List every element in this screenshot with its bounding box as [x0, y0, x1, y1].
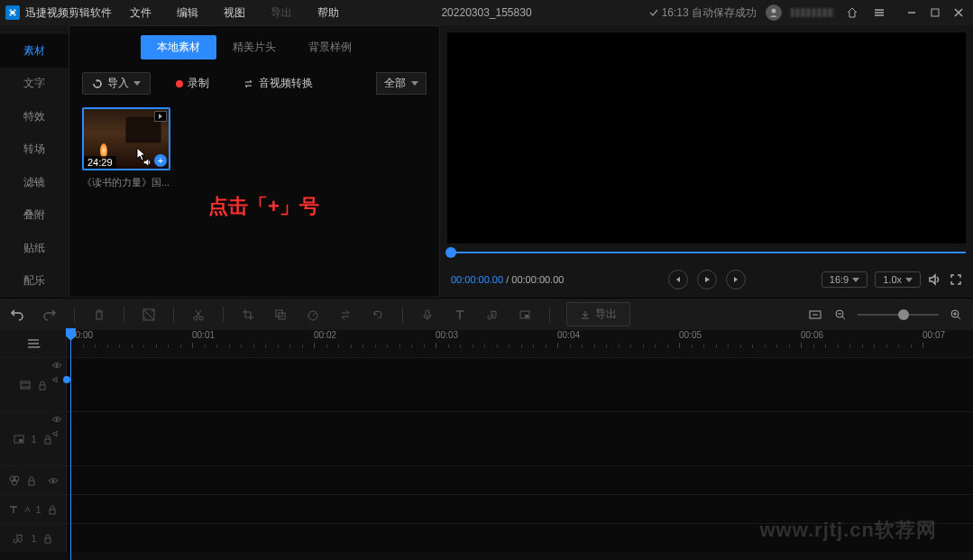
app-title: 迅捷视频剪辑软件 — [25, 5, 112, 21]
username-redacted — [791, 8, 834, 17]
tab-text[interactable]: 文字 — [0, 68, 69, 101]
convert-button[interactable]: 音视频转换 — [234, 73, 322, 94]
svg-point-21 — [56, 418, 59, 421]
media-name: 《读书的力量》国... — [82, 176, 170, 189]
filter-dropdown[interactable]: 全部 — [376, 72, 427, 95]
tab-effects[interactable]: 特效 — [0, 100, 69, 133]
prev-frame-button[interactable] — [668, 270, 688, 289]
import-label: 导入 — [107, 76, 129, 91]
zoom-out-icon[interactable] — [832, 307, 849, 323]
visibility-icon[interactable] — [48, 476, 59, 485]
track-options-icon[interactable] — [0, 330, 67, 357]
ruler-tick: 00:01 — [192, 330, 215, 340]
mute-icon[interactable] — [51, 375, 62, 384]
media-thumbnail[interactable]: 24:29 + — [82, 107, 170, 170]
add-to-timeline-button[interactable]: + — [154, 154, 167, 167]
tab-filter[interactable]: 滤镜 — [0, 166, 69, 199]
tab-overlay[interactable]: 叠附 — [0, 199, 69, 233]
title-bar: 迅捷视频剪辑软件 文件 编辑 视图 导出 帮助 20220303_155830 … — [0, 0, 973, 25]
pip-track[interactable] — [67, 412, 973, 465]
filter-track-head[interactable] — [0, 466, 67, 494]
timeline-ruler[interactable]: 00:0000:0100:0200:0300:0400:0500:0600:07 — [67, 330, 973, 357]
menu-file[interactable]: 文件 — [130, 5, 151, 21]
menu-view[interactable]: 视图 — [224, 5, 245, 21]
svg-point-26 — [51, 479, 54, 482]
tab-sticker[interactable]: 贴纸 — [0, 232, 69, 265]
audio-track[interactable] — [67, 524, 973, 552]
cut-icon[interactable] — [190, 307, 207, 323]
play-button[interactable] — [697, 270, 717, 289]
pip-track-head[interactable]: 1 — [0, 412, 67, 465]
reverse-icon[interactable] — [337, 307, 353, 323]
record-button[interactable]: 录制 — [167, 73, 218, 94]
import-button[interactable]: 导入 — [82, 72, 151, 95]
lock-icon[interactable] — [47, 504, 58, 515]
record-icon — [176, 80, 183, 87]
svg-rect-25 — [29, 481, 34, 485]
rotate-icon[interactable] — [370, 307, 386, 323]
filter-track[interactable] — [67, 466, 973, 494]
delete-icon[interactable] — [91, 307, 107, 323]
ruler-tick: 00:04 — [557, 330, 580, 340]
timeline: 00:0000:0100:0200:0300:0400:0500:0600:07… — [0, 330, 973, 560]
fullscreen-icon[interactable] — [950, 273, 962, 286]
video-track-head[interactable] — [0, 358, 67, 411]
svg-point-17 — [56, 364, 59, 367]
autosave-status: 16:13 自动保存成功 — [649, 5, 757, 21]
mute-icon[interactable] — [51, 429, 62, 438]
video-track[interactable] — [67, 358, 973, 411]
subtab-local-material[interactable]: 本地素材 — [141, 35, 216, 60]
aspect-ratio-select[interactable]: 16:9 — [822, 271, 867, 288]
svg-rect-19 — [19, 439, 23, 442]
text-icon[interactable] — [452, 307, 468, 323]
time-total: 00:00:00.00 — [511, 274, 564, 285]
mic-icon[interactable] — [419, 307, 436, 323]
visibility-icon[interactable] — [51, 361, 62, 370]
speed-icon[interactable] — [305, 307, 321, 323]
crop-icon[interactable] — [240, 307, 256, 323]
next-frame-button[interactable] — [726, 270, 746, 289]
menu-edit[interactable]: 编辑 — [177, 5, 198, 21]
close-button[interactable] — [950, 4, 968, 22]
audio-track-head[interactable]: 1 — [0, 524, 67, 552]
playhead[interactable] — [70, 330, 71, 560]
audio-icon[interactable] — [484, 307, 500, 323]
pip-icon[interactable] — [517, 307, 533, 323]
text-track-head[interactable]: A 1 — [0, 495, 67, 523]
user-avatar-icon[interactable] — [766, 5, 782, 21]
preview-progress-slider[interactable] — [447, 243, 966, 262]
volume-icon[interactable] — [928, 272, 942, 287]
media-duration: 24:29 — [84, 156, 116, 169]
copy-icon[interactable] — [272, 307, 289, 323]
svg-point-5 — [199, 317, 203, 320]
preview-viewport[interactable] — [447, 32, 966, 243]
lock-icon[interactable] — [26, 475, 37, 486]
undo-icon[interactable] — [9, 307, 25, 323]
fit-icon[interactable] — [807, 307, 823, 323]
zoom-in-icon[interactable] — [948, 307, 964, 323]
export-button[interactable]: 导出 — [566, 302, 630, 326]
svg-rect-11 — [525, 315, 528, 317]
split-icon[interactable] — [141, 307, 157, 323]
material-panel: 本地素材 精美片头 背景样例 导入 录制 音视频转换 全部 — [69, 25, 440, 298]
menu-export[interactable]: 导出 — [271, 5, 292, 21]
tab-transition[interactable]: 转场 — [0, 133, 69, 167]
visibility-icon[interactable] — [51, 415, 62, 424]
zoom-slider[interactable] — [858, 314, 939, 316]
home-icon[interactable] — [843, 4, 861, 22]
lock-icon[interactable] — [37, 380, 48, 390]
lock-icon[interactable] — [42, 533, 53, 544]
tab-material[interactable]: 素材 — [0, 34, 69, 68]
minimize-button[interactable] — [903, 4, 921, 22]
menu-icon[interactable] — [870, 4, 888, 22]
subtab-clips[interactable]: 精美片头 — [216, 35, 292, 60]
maximize-button[interactable] — [926, 4, 944, 22]
tab-music[interactable]: 配乐 — [0, 265, 69, 298]
menu-help[interactable]: 帮助 — [317, 5, 339, 21]
preview-icon — [154, 111, 167, 122]
redo-icon[interactable] — [41, 307, 58, 323]
subtab-backgrounds[interactable]: 背景样例 — [292, 35, 368, 60]
svg-point-4 — [194, 317, 197, 320]
text-track[interactable] — [67, 495, 973, 523]
playback-speed-select[interactable]: 1.0x — [875, 271, 921, 288]
